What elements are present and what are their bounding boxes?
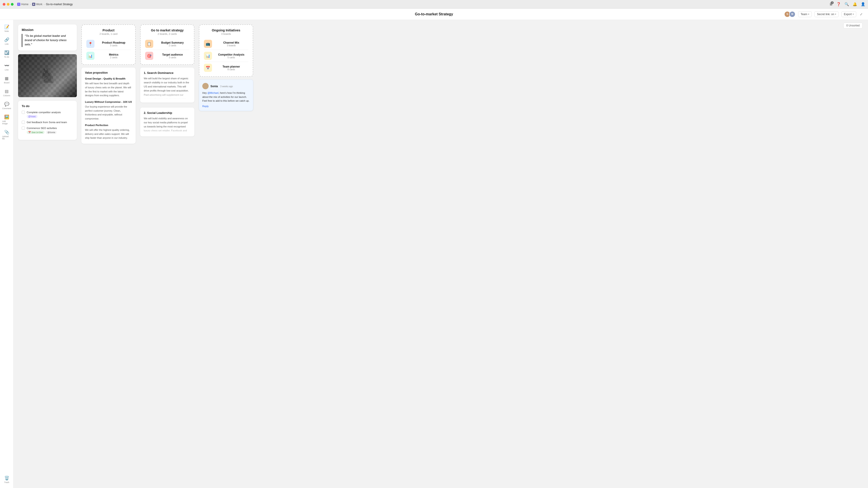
- column-icon: ▤: [5, 89, 8, 94]
- todo-text-1: Complete competitor analysis: [27, 110, 61, 114]
- target-audience-icon: 🎯: [145, 52, 153, 60]
- main-layout: 📝 Note 🔗 Link ☑️ To-do 〰️ Line ▦ Board ▤…: [0, 20, 868, 488]
- team-planner-item[interactable]: 📅 Team planner 8 cards: [204, 62, 248, 74]
- sidebar-item-note[interactable]: 📝 Note: [1, 23, 13, 34]
- app-header: Go-to-market Strategy S M Team ▾ Secret …: [0, 8, 868, 20]
- bell-icon[interactable]: 🔔: [852, 2, 857, 6]
- sidebar-item-board[interactable]: ▦ Board: [1, 74, 13, 86]
- product-section-header: Product 2 boards, 1 card 📍 Product Roadm…: [81, 24, 135, 65]
- search-dominance-card: 1. Search Dominance We will build the la…: [140, 68, 194, 103]
- comment-time: 3 weeks ago: [220, 85, 233, 88]
- user-icon[interactable]: 👤: [861, 2, 865, 6]
- expand-icon[interactable]: ⤢: [859, 11, 864, 17]
- mission-title: Mission: [22, 28, 73, 32]
- comment-mention: @Michael: [208, 92, 219, 94]
- fullscreen-button[interactable]: [11, 3, 13, 6]
- comment-icon: 💬: [4, 102, 9, 107]
- todo-icon: ☑️: [4, 50, 9, 55]
- channel-mix-item[interactable]: 📺 Channel Mix 3 boards: [204, 38, 248, 50]
- gtm-column: Go to market strategy 2 boards, 2 cards …: [140, 24, 194, 144]
- toolbar-right: 🖥 3 ❓ 🔍 🔔 👤: [829, 2, 865, 6]
- chess-image: ♞: [18, 54, 77, 97]
- avatar-2: M: [789, 11, 796, 18]
- comment-body: Hey @Michael, here's how I'm thinking ab…: [202, 91, 250, 103]
- breadcrumb-home[interactable]: ✦ Home: [17, 3, 29, 6]
- initiative-1-title: 1. Search Dominance: [144, 71, 191, 74]
- social-leadership-card: 2. Social Leadership We will build visib…: [140, 107, 194, 136]
- devices-icon[interactable]: 🖥 3: [829, 2, 833, 6]
- comment-author: Sonia: [211, 85, 218, 88]
- line-icon: 〰️: [4, 63, 9, 68]
- help-icon[interactable]: ❓: [836, 2, 841, 6]
- todo-checkbox-2[interactable]: [22, 121, 25, 124]
- gtm-title: Go to market strategy: [145, 29, 189, 32]
- board-icon: ▦: [5, 76, 8, 81]
- chevron-down-icon: ▾: [852, 13, 854, 15]
- sidebar-item-todo[interactable]: ☑️ To-do: [1, 48, 13, 60]
- todo-card: To do Complete competitor analysis @Isaa…: [18, 101, 77, 140]
- sidebar-item-image[interactable]: 🖼️ Add image: [1, 113, 13, 127]
- close-button[interactable]: [3, 3, 5, 6]
- secret-link-button[interactable]: Secret link: on ▾: [814, 11, 839, 17]
- traffic-lights: [3, 3, 13, 6]
- work-icon: ▦: [32, 3, 35, 6]
- export-button[interactable]: Export ▾: [841, 11, 856, 17]
- todo-item-3: Commence SEO activities 📅 Due 14 Dec @So…: [22, 126, 73, 134]
- header-right: S M Team ▾ Secret link: on ▾ Export ▾ ⤢: [784, 11, 864, 18]
- product-subtitle: 2 boards, 1 card: [86, 33, 131, 35]
- budget-summary-item[interactable]: 📋 Budget Summary 2 cards: [145, 38, 189, 50]
- product-roadmap-item[interactable]: 📍 Product Roadmap 3 cards: [86, 38, 131, 50]
- mission-card: Mission "To be global market leader and …: [18, 24, 77, 51]
- mission-column: Mission "To be global market leader and …: [18, 24, 77, 144]
- product-roadmap-icon: 📍: [86, 40, 94, 48]
- person-tag: @Sonia: [46, 131, 57, 134]
- todo-checkbox-3[interactable]: [22, 127, 25, 130]
- note-icon: 📝: [4, 24, 9, 29]
- ongoing-subtitle: 3 boards: [204, 33, 248, 35]
- ongoing-title: Ongoing Initiatives: [204, 29, 248, 32]
- todo-heading: To do: [22, 104, 73, 108]
- metrics-item[interactable]: 📊 Metrics 2 cards: [86, 50, 131, 62]
- sidebar: 📝 Note 🔗 Link ☑️ To-do 〰️ Line ▦ Board ▤…: [0, 20, 13, 488]
- channel-mix-icon: 📺: [204, 40, 212, 48]
- team-button[interactable]: Team ▾: [798, 11, 812, 17]
- canvas: Mission "To be global market leader and …: [18, 24, 864, 144]
- todo-checkbox-1[interactable]: [22, 111, 25, 114]
- competitor-analysis-icon: 📊: [204, 52, 212, 60]
- image-icon: 🖼️: [4, 115, 9, 120]
- breadcrumb-work[interactable]: ▦ Work: [32, 3, 42, 6]
- initiative-1-body: We will build the largest share of organ…: [144, 76, 191, 99]
- ongoing-section-header: Ongoing Initiatives 3 boards 📺 Channel M…: [199, 24, 253, 77]
- value-proposition-card: Value proposition Great Design - Quality…: [81, 68, 135, 144]
- sidebar-item-trash[interactable]: 🗑️ Trash: [1, 474, 13, 485]
- todo-text-3: Commence SEO activities: [27, 126, 57, 130]
- breadcrumb: ✦ Home › ▦ Work › Go-to-market Strategy: [17, 3, 73, 6]
- sidebar-item-link[interactable]: 🔗 Link: [1, 35, 13, 47]
- minimize-button[interactable]: [7, 3, 9, 6]
- search-icon[interactable]: 🔍: [844, 2, 849, 6]
- due-date-tag: 📅 Due 14 Dec: [27, 131, 44, 134]
- product-column: Product 2 boards, 1 card 📍 Product Roadm…: [81, 24, 135, 144]
- initiative-2-title: 2. Social Leadership: [144, 111, 191, 115]
- reply-button[interactable]: Reply: [202, 105, 250, 107]
- todo-tag-1: @Isaac: [27, 115, 37, 118]
- comment-card: Sonia 3 weeks ago Hey @Michael, here's h…: [199, 79, 253, 111]
- todo-text-2: Get feedback from Sonia and team: [27, 121, 67, 124]
- mission-quote: "To be global market leader and brand of…: [22, 34, 73, 47]
- sidebar-item-comment[interactable]: 💬 Comment: [1, 100, 13, 111]
- home-icon: ✦: [17, 3, 20, 6]
- target-audience-item[interactable]: 🎯 Target audience 3 cards: [145, 50, 189, 62]
- trash-icon: 🗑️: [4, 476, 9, 481]
- team-planner-icon: 📅: [204, 64, 212, 72]
- sidebar-item-line[interactable]: 〰️ Line: [1, 61, 13, 73]
- link-icon: 🔗: [4, 37, 9, 42]
- sidebar-item-upload[interactable]: 📎 Upload file: [1, 128, 13, 142]
- avatar-group: S M: [784, 11, 796, 18]
- page-title: Go-to-market Strategy: [415, 12, 453, 16]
- value-prop-heading: Value proposition: [85, 71, 132, 74]
- ongoing-column: Ongoing Initiatives 3 boards 📺 Channel M…: [199, 24, 253, 144]
- product-title: Product: [86, 29, 131, 32]
- unsorted-button[interactable]: 0 Unsorted: [843, 23, 863, 29]
- competitor-analysis-item[interactable]: 📊 Competitor Analysis 5 cards: [204, 50, 248, 62]
- sidebar-item-column[interactable]: ▤ Column: [1, 87, 13, 98]
